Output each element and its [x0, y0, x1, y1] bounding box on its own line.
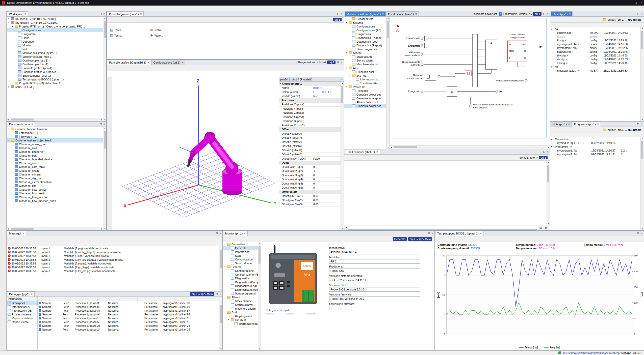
- close-icon[interactable]: ×: [104, 123, 105, 126]
- breakpoint-icon[interactable]: [39, 309, 41, 312]
- expander-icon[interactable]: [279, 144, 282, 148]
- tree-item[interactable]: Configurazione: [7, 28, 103, 32]
- field-value-input[interactable]: [329, 250, 420, 254]
- myprogram2.r4a[interactable]: myprogram2.r4a 09/02/2022 17:21:21 11...: [550, 152, 640, 156]
- property-row[interactable]: Posizione A (posA): [279, 115, 341, 119]
- tree-item[interactable]: ▾Progetto RTE (prj-1) - Descrizione del …: [7, 24, 103, 28]
- nav-item[interactable]: Report di sistema: [7, 316, 37, 320]
- property-row[interactable]: Offset X (offsetX): [279, 132, 341, 136]
- expander-icon[interactable]: ▾: [8, 139, 10, 141]
- tab-monitor-sistema[interactable]: Monitor di sistema (sysm-1)×: [345, 11, 386, 16]
- tab-close-icon[interactable]: ×: [568, 123, 570, 126]
- tab-close-icon[interactable]: ×: [376, 151, 378, 153]
- tree-item[interactable]: Classe rc_cam_table: [7, 165, 103, 169]
- tree-item[interactable]: Classe rc_axis: [7, 146, 103, 150]
- fb.cfg[interactable]: fb.cfg✓ config 11/02/2021 14:29:16: [550, 38, 640, 42]
- column-header[interactable]: [641, 133, 644, 137]
- doc-icon[interactable]: [361, 155, 366, 160]
- myprogram2.r4a[interactable]: myprogram2.r4a✓ binary 19/04/2021 14:10:…: [550, 46, 640, 50]
- back-icon[interactable]: [224, 236, 229, 241]
- close-icon[interactable]: ×: [641, 12, 642, 15]
- shell-output[interactable]: [344, 161, 547, 225]
- tree-item[interactable]: Classe rc_crimper: [7, 172, 103, 176]
- breakpoint-icon[interactable]: [39, 324, 41, 327]
- breakpoint-row[interactable]: Sempre Fetch Processo 1, passo 99 Nessun…: [38, 305, 219, 309]
- nav-item[interactable]: Breakpoint: [7, 301, 37, 305]
- tree-item[interactable]: Classe rc_digi_cam: [7, 176, 103, 180]
- refresh-icon[interactable]: [240, 236, 245, 241]
- tree-item[interactable]: Programmi: [7, 32, 103, 36]
- tree-item[interactable]: Riepilogo: [344, 89, 386, 93]
- property-row[interactable]: Quota joint 5 (qj5) 0: [279, 182, 341, 186]
- field-value-input[interactable]: [329, 306, 420, 310]
- expander-icon[interactable]: [279, 178, 282, 182]
- column-header[interactable]: [220, 242, 222, 246]
- rhw.cfg[interactable]: rhw.cfg✓ config 11/02/2021 14:44:00: [550, 53, 640, 57]
- stop-icon[interactable]: [436, 236, 441, 241]
- property-row[interactable]: Offset C (offsetC): [279, 153, 341, 157]
- float-icon[interactable]: ⊟: [337, 61, 339, 64]
- tree-item[interactable]: Diagnostica (Dump): [223, 280, 258, 284]
- tree-item[interactable]: Oscilloscopio (osc-2): [7, 62, 103, 66]
- vertical-scrollbar[interactable]: [640, 137, 644, 230]
- float-icon[interactable]: ⊟: [637, 123, 639, 126]
- doc-icon[interactable]: [441, 236, 446, 241]
- tree-item[interactable]: ▾Documentazione firmware: [7, 127, 103, 131]
- property-value[interactable]: true: [313, 95, 318, 98]
- float-icon[interactable]: ⊟: [543, 150, 545, 154]
- column-header[interactable]: [109, 297, 119, 301]
- tree-item[interactable]: Debugger: [7, 40, 103, 43]
- settings-icon[interactable]: [1, 106, 6, 111]
- property-row[interactable]: Quota joint 3 (qj3) 0: [279, 173, 341, 178]
- close-icon[interactable]: ×: [341, 61, 343, 64]
- property-row[interactable]: Posizione: [279, 98, 341, 103]
- property-row[interactable]: Nome robot-4: [279, 86, 341, 90]
- column-header[interactable]: [83, 297, 98, 301]
- expander-icon[interactable]: ▸: [11, 82, 14, 84]
- breakpoint-row[interactable]: Sempre Fetch Processo 1, passo 87 Nessun…: [38, 309, 219, 312]
- widget-label[interactable]: Testo...: [154, 28, 163, 32]
- property-row[interactable]: Offset: [279, 128, 341, 132]
- nav-item[interactable]: Report utente: [7, 320, 37, 324]
- close-icon[interactable]: ×: [641, 1, 642, 4]
- expander-icon[interactable]: ▾: [551, 27, 552, 31]
- monitor-system-icon[interactable]: [1, 40, 6, 45]
- property-value[interactable]: 0: [313, 174, 315, 177]
- tree-item[interactable]: ▾Sistema: [344, 21, 386, 24]
- xpl.cfg[interactable]: xpl.cfg✓ config 11/02/2021 14:29:16: [550, 61, 640, 65]
- debugger-icon[interactable]: [1, 84, 6, 89]
- tree-item[interactable]: ▸usbc-1 [COM3]: [7, 85, 103, 89]
- tab-close-icon[interactable]: ×: [382, 13, 384, 15]
- property-value[interactable]: 0: [313, 178, 315, 181]
- chevron-down-icon[interactable]: ▾: [536, 156, 538, 159]
- vertical-scrollbar[interactable]: [103, 127, 106, 230]
- monitor-vars-icon[interactable]: [1, 45, 6, 50]
- close-icon[interactable]: ×: [641, 123, 642, 126]
- tab-close-icon[interactable]: ×: [31, 293, 33, 295]
- tree-item[interactable]: ▾Assi: [223, 310, 258, 314]
- robot-arm[interactable]: [180, 132, 242, 195]
- expander-icon[interactable]: [279, 94, 282, 98]
- property-value[interactable]: 0.00: [313, 199, 318, 202]
- property-row[interactable]: Posizione X (posX): [279, 103, 341, 107]
- tree-item[interactable]: Pannello grafico (pan-1): [7, 66, 103, 70]
- send-icon[interactable]: ▶: [544, 225, 549, 230]
- field-value-input[interactable]: [329, 287, 420, 292]
- tree-item[interactable]: Classe rc_flow_feed: [7, 191, 103, 195]
- column-header[interactable]: [550, 23, 564, 27]
- property-value[interactable]: 0.00: [313, 203, 318, 206]
- tree-item[interactable]: ▾rp2-ufficio [TCP/IP 10.0.17.2:8100]: [7, 21, 103, 24]
- tree-item[interactable]: ▾Documentazione object block: [7, 138, 103, 142]
- expander-icon[interactable]: [279, 119, 282, 123]
- property-row[interactable]: Offset joint 3 (oj3) 0.00: [279, 202, 341, 207]
- save-icon[interactable]: [13, 236, 18, 241]
- reset-view-icon[interactable]: [107, 132, 112, 137]
- documentation-icon[interactable]: [1, 34, 6, 39]
- doc-icon[interactable]: [573, 17, 577, 22]
- column-header[interactable]: [592, 23, 641, 27]
- tree-item[interactable]: Generale asse (pow...: [344, 96, 386, 100]
- select-icon[interactable]: [108, 66, 113, 70]
- breakpoint-row[interactable]: Sempre Fetch Processo 1, passo 1 Nessuna…: [38, 316, 219, 320]
- menu-item[interactable]: [14, 8, 18, 9]
- property-value[interactable]: robot-4: [313, 86, 322, 89]
